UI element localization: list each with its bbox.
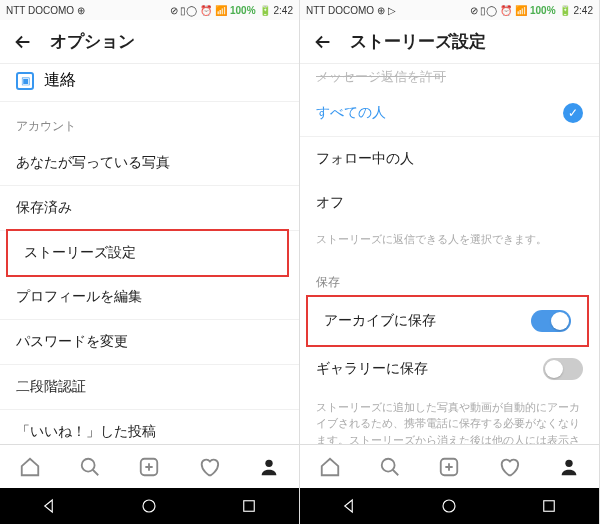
- search-icon[interactable]: [79, 456, 101, 478]
- search-icon[interactable]: [379, 456, 401, 478]
- list-item[interactable]: 保存済み: [0, 186, 299, 231]
- app-bar: ストーリーズ設定: [300, 20, 599, 64]
- list-item-stories-settings[interactable]: ストーリーズ設定: [6, 229, 289, 277]
- list-item[interactable]: ▣ 連絡: [0, 64, 299, 102]
- back-icon[interactable]: [312, 31, 334, 53]
- nav-recent-icon[interactable]: [240, 497, 258, 515]
- profile-icon[interactable]: [258, 456, 280, 478]
- save-note: ストーリーズに追加した写真や動画が自動的にアーカイブされるため、携帯電話に保存す…: [300, 393, 599, 445]
- home-icon[interactable]: [319, 456, 341, 478]
- add-icon[interactable]: [138, 456, 160, 478]
- cutoff-text: メッセージ返信を許可: [300, 64, 599, 90]
- nav-home-icon[interactable]: [140, 497, 158, 515]
- carrier-label: NTT DOCOMO ⊕ ▷: [306, 5, 396, 16]
- option-label: すべての人: [316, 104, 386, 122]
- svg-point-0: [81, 458, 94, 471]
- heart-icon[interactable]: [198, 456, 220, 478]
- add-icon[interactable]: [438, 456, 460, 478]
- reply-note: ストーリーズに返信できる人を選択できます。: [300, 225, 599, 258]
- svg-rect-9: [544, 501, 555, 512]
- time-label: 2:42: [274, 5, 293, 16]
- item-label: 連絡: [44, 70, 76, 91]
- status-bar: NTT DOCOMO ⊕ ▷ ⊘ ▯◯ ⏰ 📶 100% 🔋 2:42: [300, 0, 599, 20]
- list-item[interactable]: 「いいね！」した投稿: [0, 410, 299, 444]
- stories-settings: メッセージ返信を許可 すべての人 ✓ フォロー中の人 オフ ストーリーズに返信で…: [300, 64, 599, 444]
- battery-label: 100%: [530, 5, 556, 16]
- reply-option-off[interactable]: オフ: [300, 181, 599, 225]
- android-nav-bar: [0, 488, 299, 524]
- save-gallery-row[interactable]: ギャラリーに保存: [300, 345, 599, 393]
- svg-point-7: [565, 459, 572, 466]
- status-bar: NTT DOCOMO ⊕ ⊘ ▯◯ ⏰ 📶 100% 🔋 2:42: [0, 0, 299, 20]
- toggle-archive[interactable]: [531, 310, 571, 332]
- svg-point-3: [143, 500, 155, 512]
- nav-home-icon[interactable]: [440, 497, 458, 515]
- svg-point-8: [443, 500, 455, 512]
- nav-back-icon[interactable]: [341, 497, 359, 515]
- battery-icon: 🔋: [559, 5, 571, 16]
- section-header-save: 保存: [300, 258, 599, 297]
- page-title: オプション: [50, 30, 135, 53]
- list-item[interactable]: パスワードを変更: [0, 320, 299, 365]
- svg-point-2: [265, 459, 272, 466]
- nav-recent-icon[interactable]: [540, 497, 558, 515]
- battery-icon: 🔋: [259, 5, 271, 16]
- back-icon[interactable]: [12, 31, 34, 53]
- profile-icon[interactable]: [558, 456, 580, 478]
- time-label: 2:42: [574, 5, 593, 16]
- svg-point-5: [381, 458, 394, 471]
- status-icons: ⊘ ▯◯ ⏰ 📶: [170, 5, 227, 16]
- toggle-gallery[interactable]: [543, 358, 583, 380]
- list-item[interactable]: あなたが写っている写真: [0, 141, 299, 186]
- reply-option-following[interactable]: フォロー中の人: [300, 137, 599, 181]
- page-title: ストーリーズ設定: [350, 30, 486, 53]
- save-archive-row[interactable]: アーカイブに保存: [306, 295, 589, 347]
- item-label: ギャラリーに保存: [316, 360, 428, 378]
- item-label: アーカイブに保存: [324, 312, 436, 330]
- heart-icon[interactable]: [498, 456, 520, 478]
- home-icon[interactable]: [19, 456, 41, 478]
- android-nav-bar: [300, 488, 599, 524]
- tab-bar: [300, 444, 599, 488]
- phone-left: NTT DOCOMO ⊕ ⊘ ▯◯ ⏰ 📶 100% 🔋 2:42 オプション …: [0, 0, 300, 524]
- app-bar: オプション: [0, 20, 299, 64]
- list-item[interactable]: 二段階認証: [0, 365, 299, 410]
- options-list: ▣ 連絡 アカウント あなたが写っている写真 保存済み ストーリーズ設定 プロフ…: [0, 64, 299, 444]
- tab-bar: [0, 444, 299, 488]
- check-icon: ✓: [563, 103, 583, 123]
- reply-option-everyone[interactable]: すべての人 ✓: [300, 90, 599, 137]
- phone-right: NTT DOCOMO ⊕ ▷ ⊘ ▯◯ ⏰ 📶 100% 🔋 2:42 ストーリ…: [300, 0, 600, 524]
- svg-rect-4: [244, 501, 255, 512]
- list-item[interactable]: プロフィールを編集: [0, 275, 299, 320]
- carrier-label: NTT DOCOMO ⊕: [6, 5, 85, 16]
- battery-label: 100%: [230, 5, 256, 16]
- nav-back-icon[interactable]: [41, 497, 59, 515]
- contacts-icon: ▣: [16, 72, 34, 90]
- status-icons: ⊘ ▯◯ ⏰ 📶: [470, 5, 527, 16]
- section-header-account: アカウント: [0, 102, 299, 141]
